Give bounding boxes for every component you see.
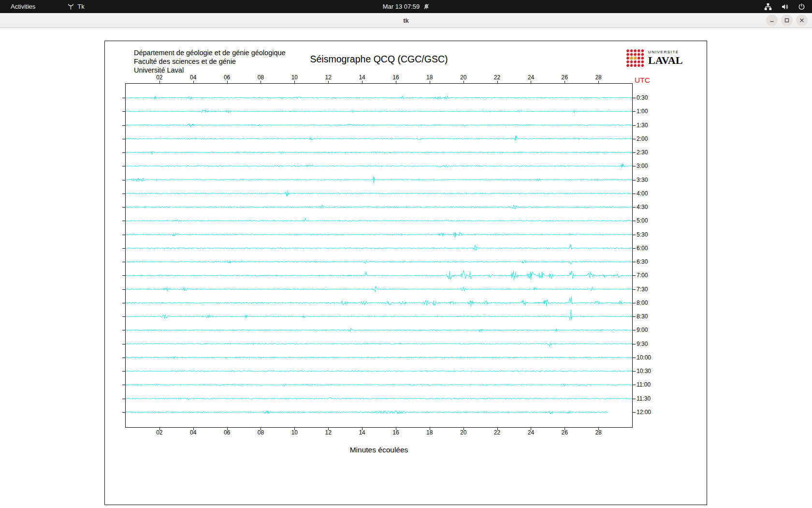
x-tick-mark <box>531 81 531 83</box>
x-tick-label-top: 22 <box>491 74 504 81</box>
trace-tick-mark-right <box>633 111 636 112</box>
trace-time-label: 0:30 <box>637 94 648 101</box>
trace-tick-mark-left <box>122 207 125 208</box>
trace-tick-mark-left <box>122 98 125 98</box>
x-tick-label-bottom: 22 <box>491 429 504 436</box>
x-tick-mark <box>430 81 430 83</box>
trace-tick-mark-left <box>122 275 125 276</box>
x-tick-mark <box>362 428 362 430</box>
trace-time-label: 3:30 <box>637 177 648 183</box>
x-tick-mark <box>328 81 329 83</box>
trace-tick-mark-right <box>633 358 636 358</box>
trace-tick-mark-right <box>633 371 636 372</box>
x-tick-label-bottom: 28 <box>592 429 605 436</box>
trace-time-label: 5:30 <box>637 231 648 238</box>
x-tick-mark <box>227 81 228 83</box>
trace-tick-mark-right <box>633 139 636 139</box>
x-tick-label-top: 02 <box>153 74 166 81</box>
trace-tick-mark-right <box>633 303 636 303</box>
volume-icon[interactable] <box>781 3 789 11</box>
x-tick-mark <box>464 428 464 430</box>
plot-area: UTC Minutes écoulées 0202040406060808101… <box>105 41 708 506</box>
tk-taskbar-item[interactable]: Tk <box>67 3 84 10</box>
x-tick-mark <box>565 428 565 430</box>
trace-tick-mark-left <box>122 139 125 139</box>
trace-time-label: 12:00 <box>637 409 651 416</box>
activities-button[interactable]: Activities <box>7 2 39 11</box>
trace-time-label: 5:00 <box>637 217 648 224</box>
x-tick-mark <box>328 428 329 430</box>
trace-tick-mark-left <box>122 358 125 358</box>
x-tick-label-bottom: 20 <box>457 429 470 436</box>
tk-app-label: Tk <box>77 3 84 10</box>
system-status-area <box>764 3 805 11</box>
trace-tick-mark-right <box>633 180 636 180</box>
x-tick-mark <box>193 428 194 430</box>
x-tick-label-bottom: 06 <box>221 429 233 436</box>
x-tick-label-bottom: 26 <box>558 429 571 436</box>
trace-tick-mark-left <box>122 371 125 372</box>
trace-tick-mark-right <box>633 166 636 166</box>
trace-tick-mark-right <box>633 330 636 330</box>
x-tick-mark <box>160 81 160 83</box>
x-tick-mark <box>396 428 396 430</box>
trace-tick-mark-left <box>122 180 125 180</box>
x-tick-label-bottom: 24 <box>524 429 537 436</box>
plot-frame <box>125 83 633 428</box>
trace-time-label: 11:30 <box>637 395 651 402</box>
x-tick-label-top: 14 <box>356 74 368 81</box>
x-tick-mark <box>261 428 261 430</box>
network-icon[interactable] <box>764 3 772 11</box>
window-controls <box>766 15 808 26</box>
x-tick-mark <box>193 81 194 83</box>
trace-tick-mark-right <box>633 248 636 249</box>
trace-tick-mark-right <box>633 289 636 290</box>
utc-axis-label: UTC <box>635 76 650 85</box>
trace-tick-mark-left <box>122 152 125 153</box>
close-button[interactable] <box>796 15 808 26</box>
x-tick-mark <box>430 428 430 430</box>
trace-tick-mark-right <box>633 221 636 221</box>
x-tick-label-bottom: 08 <box>254 429 267 436</box>
window-title: tk <box>403 17 409 24</box>
minimize-button[interactable] <box>766 15 778 26</box>
clock-button[interactable]: Mar 13 07:59 <box>383 3 430 10</box>
maximize-button[interactable] <box>781 15 793 26</box>
x-tick-label-bottom: 18 <box>423 429 436 436</box>
x-tick-label-top: 10 <box>288 74 301 81</box>
x-tick-label-top: 24 <box>524 74 537 81</box>
x-tick-mark <box>598 81 599 83</box>
x-tick-label-bottom: 12 <box>322 429 334 436</box>
x-tick-mark <box>531 428 531 430</box>
trace-time-label: 6:00 <box>637 245 648 252</box>
trace-tick-mark-right <box>633 316 636 317</box>
trace-time-label: 3:00 <box>637 163 648 169</box>
x-tick-label-top: 26 <box>558 74 571 81</box>
x-tick-mark <box>160 428 160 430</box>
x-tick-mark <box>497 81 498 83</box>
notifications-muted-bell-icon <box>423 3 429 10</box>
trace-time-label: 10:00 <box>637 354 651 361</box>
trace-tick-mark-left <box>122 248 125 249</box>
trace-time-label: 1:30 <box>637 122 648 129</box>
trace-tick-mark-left <box>122 111 125 112</box>
trace-time-label: 2:30 <box>637 149 648 156</box>
trace-tick-mark-right <box>633 152 636 153</box>
trace-tick-mark-left <box>122 166 125 166</box>
trace-tick-mark-left <box>122 303 125 303</box>
trace-tick-mark-left <box>122 194 125 194</box>
trace-tick-mark-left <box>122 330 125 330</box>
x-tick-mark <box>598 428 599 430</box>
x-tick-label-bottom: 14 <box>356 429 368 436</box>
trace-tick-mark-left <box>122 289 125 290</box>
x-tick-label-bottom: 10 <box>288 429 301 436</box>
trace-time-label: 4:30 <box>637 204 648 210</box>
power-icon[interactable] <box>798 3 805 10</box>
trace-tick-mark-right <box>633 344 636 344</box>
x-tick-mark <box>294 428 295 430</box>
x-tick-mark <box>497 428 498 430</box>
x-tick-mark <box>362 81 362 83</box>
trace-time-label: 8:30 <box>637 313 648 320</box>
x-tick-mark <box>294 81 295 83</box>
clock-label: Mar 13 07:59 <box>383 3 420 10</box>
